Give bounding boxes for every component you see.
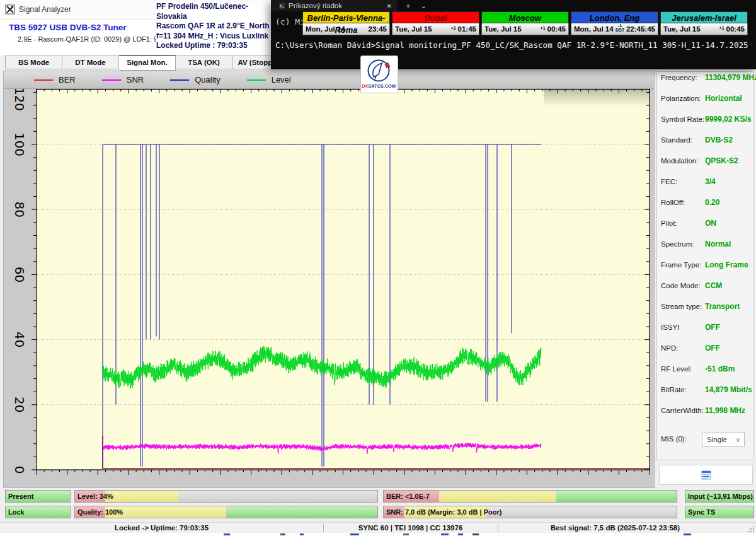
gauge-label: SNR: 7,0 dB (Margin: 3,0 dB | Poor): [386, 506, 501, 518]
param-value: 11304,979 MHz: [705, 73, 756, 82]
clock-time: 00:45: [547, 25, 566, 33]
legend-label: Quality: [195, 75, 220, 84]
gauge-segment-yellow: [105, 506, 226, 518]
y-axis-tick-label: 120: [12, 89, 27, 111]
param-value: OFF: [705, 344, 720, 352]
param-value: 14,879 Mbit/s: [705, 385, 752, 394]
clock-dubai: DubaiTue, Jul 15+201:45: [392, 11, 479, 35]
window-list-icon: [701, 470, 711, 480]
offset-value: -1: [618, 23, 622, 28]
param-label: NPD:: [661, 344, 678, 352]
param-row: Polarization:Horizontal: [661, 95, 750, 105]
tab-bar: BS ModeDT ModeSignal Mon.TSA (OK)AV (Sto…: [5, 55, 289, 69]
new-tab-icon[interactable]: +: [406, 1, 411, 11]
offset-value: +2: [451, 26, 456, 30]
clock-city: Jerusalem-Israel: [660, 11, 748, 23]
clock-datetime: Mon, Jul 14-1DST22:45:45: [571, 23, 658, 35]
legend-label: Level: [272, 75, 291, 84]
gauge-label: Input (~13,91 Mbps): [688, 491, 753, 502]
gauge-segment-yellow: [439, 491, 556, 502]
clock-date: Tue, Jul 15: [484, 25, 541, 33]
param-row: ISSYIOFF: [661, 323, 750, 334]
clock-time: 22:45:45: [626, 25, 655, 33]
input-indicator: Input (~13,91 Mbps): [685, 490, 754, 503]
info-line: PF Prodelin 450/Lučenec-Slovakia: [156, 2, 272, 21]
param-value: QPSK-S2: [705, 156, 738, 165]
mis-label: MIS (0):: [661, 435, 687, 443]
clock-city: Dubai: [392, 11, 479, 23]
sliver-mark: [403, 533, 409, 535]
gauge-label: Sync TS: [688, 506, 715, 518]
param-value: 3/4: [705, 177, 716, 186]
legend-item-quality: Quality: [170, 75, 220, 84]
param-label: Standard:: [661, 136, 692, 144]
status-uptime: Locked -> Uptime: 79:03:35: [0, 523, 323, 533]
legend-item-ber: BER: [34, 75, 76, 84]
clock-city: Berlin-Paris-Vienna-Roma: [302, 11, 390, 23]
tuner-name: TBS 5927 USB DVB-S2 Tuner: [9, 23, 127, 32]
dxsatcs-logo: DXSATCS.COM: [360, 55, 398, 93]
close-icon[interactable]: ✕: [387, 3, 392, 9]
resize-grip[interactable]: [747, 525, 754, 532]
terminal-copyright-partial: (c) Mi: [275, 17, 305, 26]
terminal-prompt-line: C:\Users\Roman Dávid>Signal monitoring_P…: [275, 40, 748, 50]
param-label: RollOff:: [661, 199, 685, 206]
mis-row: MIS (0): Single ∨: [661, 435, 750, 450]
param-label: Spectrum:: [661, 240, 694, 248]
mis-value: Single: [707, 436, 727, 443]
param-label: BitRate:: [661, 386, 687, 393]
clock-datetime: Tue, Jul 15+201:45: [392, 23, 479, 35]
gauge-segment-empty: [486, 506, 677, 518]
y-axis-tick-label: 0: [12, 466, 27, 474]
svg-text:DXSATCS.COM: DXSATCS.COM: [362, 83, 396, 89]
clock-city: London, Eng: [571, 11, 658, 23]
gauge-segment-empty: [178, 491, 377, 502]
y-axis-tick-label: 20: [12, 397, 27, 412]
param-row: Code Mode:CCM: [661, 282, 750, 292]
quality-legend-line: [170, 79, 189, 81]
signal-chart-panel: BERSNRQualityLevel 020406080100120: [3, 71, 655, 488]
ber-legend-line: [34, 79, 53, 81]
param-label: Code Mode:: [661, 282, 701, 289]
tab-tsa-ok-[interactable]: TSA (OK): [176, 55, 232, 69]
tab-signal-mon-[interactable]: Signal Mon.: [119, 55, 176, 71]
lock-indicator: Lock: [5, 506, 71, 518]
terminal-tab[interactable]: Príkazový riadok ✕: [271, 0, 397, 11]
clock-time: 01:45: [458, 25, 476, 33]
tab-dropdown-icon[interactable]: ⌄: [421, 2, 427, 10]
level-gauge: Level: 34%: [74, 490, 378, 503]
clock-date: Tue, Jul 15: [395, 25, 451, 33]
quality-gauge: Quality: 100%: [74, 506, 378, 518]
param-row: Standard:DVB-S2: [661, 136, 750, 146]
y-axis-tick-label: 80: [12, 201, 27, 217]
transport-stream-button[interactable]: [659, 465, 753, 485]
tab-bs-mode[interactable]: BS Mode: [5, 55, 62, 69]
clock-jerusalem-israel: Jerusalem-IsraelTue, Jul 15+100:45: [660, 11, 748, 35]
param-label: Modulation:: [661, 157, 698, 165]
legend-item-level: Level: [247, 75, 291, 84]
gauge-label: BER: <1.0E-7: [386, 491, 430, 502]
clock-time: 23:45: [369, 25, 387, 33]
y-axis-tick-label: 40: [12, 332, 27, 347]
param-row: CarrierWidth:11,998 MHz: [661, 407, 750, 417]
param-label: Frequency:: [661, 74, 697, 81]
sliver-mark: [224, 533, 230, 535]
mis-dropdown[interactable]: Single ∨: [702, 433, 745, 447]
param-value: Transport: [705, 302, 740, 311]
param-value: Long Frame: [705, 260, 748, 269]
param-row: Frequency:11304,979 MHz: [661, 74, 750, 84]
param-value: ON: [705, 219, 716, 228]
gauge-label: Present: [8, 491, 33, 502]
clock-berlin-paris-vienna-roma: Berlin-Paris-Vienna-RomaMon, Jul 1423:45: [302, 11, 390, 35]
tab-dt-mode[interactable]: DT Mode: [62, 55, 119, 69]
info-line: Locked Uptime : 79:03:35: [156, 41, 272, 51]
clock-datetime: Tue, Jul 15+100:45: [481, 23, 569, 35]
clock-date: Mon, Jul 14: [574, 25, 616, 33]
param-row: RF Level:-51 dBm: [661, 365, 750, 375]
info-line: f=11 304 MHz_H : Vicus Luxlink: [156, 32, 272, 42]
antenna-info-block: PF Prodelin 450/Lučenec-SlovakiaRascom Q…: [156, 2, 272, 51]
param-label: Pilot:: [661, 219, 677, 227]
param-label: FEC:: [661, 178, 677, 185]
parameter-panel: MIS (0): Single ∨ Frequency:11304,979 MH…: [656, 71, 753, 460]
param-label: ISSYI: [661, 323, 679, 331]
